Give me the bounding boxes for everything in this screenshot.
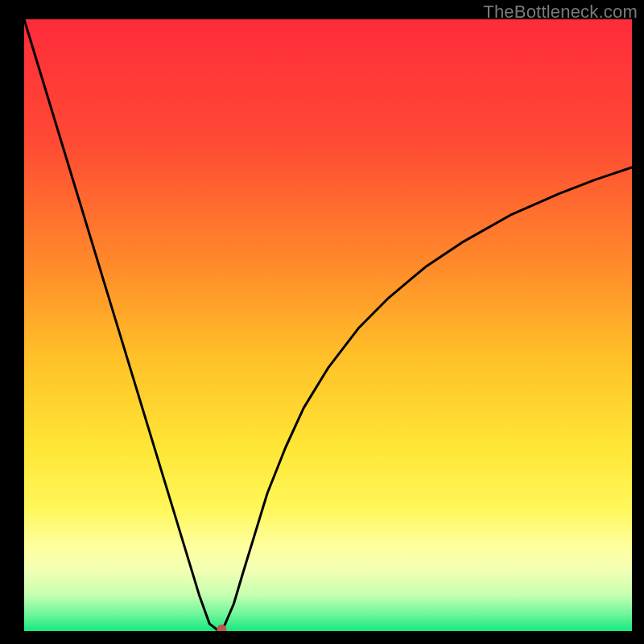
watermark-text: TheBottleneck.com xyxy=(483,2,638,23)
chart-plot-area xyxy=(24,19,632,631)
chart-svg xyxy=(24,19,632,631)
chart-frame: TheBottleneck.com xyxy=(0,0,644,644)
chart-background-gradient xyxy=(24,19,632,631)
